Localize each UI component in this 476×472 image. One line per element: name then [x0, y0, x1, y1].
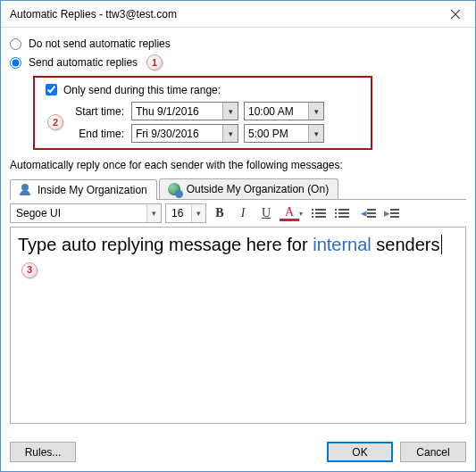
tab-outside-organization[interactable]: Outside My Organization (On) [159, 178, 338, 199]
dialog-content: Do not send automatic replies Send autom… [1, 28, 475, 433]
callout-3: 3 [21, 262, 38, 278]
instruction-text: Automatically reply once for each sender… [10, 159, 466, 171]
format-toolbar: Segoe UI ▾ 16 ▾ B I U A ▾ ◂ ▸ [10, 200, 466, 227]
start-time-label: Start time: [63, 105, 126, 118]
font-color-dropdown[interactable]: ▾ [299, 210, 308, 218]
end-date-combo[interactable]: Fri 9/30/2016 ▾ [131, 124, 238, 143]
time-range-checkbox-row[interactable]: Only send during this time range: [42, 81, 363, 98]
start-date-value: Thu 9/1/2016 [132, 105, 222, 118]
font-size-value: 16 [166, 207, 191, 219]
ok-button[interactable]: OK [327, 442, 393, 462]
time-range-checkbox-label: Only send during this time range: [63, 84, 221, 96]
radio-send-input[interactable] [10, 57, 21, 69]
tab-outside-label: Outside My Organization (On) [187, 183, 329, 195]
end-time-label: End time: [63, 128, 126, 140]
automatic-replies-dialog: Automatic Replies - ttw3@test.com Do not… [0, 0, 476, 472]
titlebar: Automatic Replies - ttw3@test.com [1, 1, 475, 28]
chevron-down-icon: ▾ [222, 103, 238, 120]
chevron-down-icon: ▾ [191, 204, 205, 222]
close-icon [451, 10, 460, 19]
font-name-combo[interactable]: Segoe UI ▾ [10, 203, 162, 223]
time-range-grid: 2 Start time: Thu 9/1/2016 ▾ 10:00 AM ▾ … [42, 102, 363, 143]
person-icon [16, 183, 34, 197]
decrease-indent-icon: ◂ [359, 204, 377, 222]
italic-button[interactable]: I [233, 203, 253, 223]
radio-do-not-send[interactable]: Do not send automatic replies [10, 37, 466, 50]
end-date-value: Fri 9/30/2016 [132, 128, 222, 140]
bold-button[interactable]: B [210, 203, 230, 223]
start-time-combo[interactable]: 10:00 AM ▾ [244, 102, 324, 120]
callout-2: 2 [47, 114, 63, 130]
callout-1: 1 [146, 54, 163, 70]
cancel-button[interactable]: Cancel [400, 442, 466, 462]
chevron-down-icon: ▾ [308, 125, 323, 142]
tab-strip: Inside My Organization Outside My Organi… [10, 177, 466, 200]
tab-inside-label: Inside My Organization [38, 184, 147, 196]
increase-indent-button[interactable]: ▸ [381, 203, 401, 223]
increase-indent-icon: ▸ [382, 204, 400, 222]
dialog-footer: Rules... OK Cancel [1, 433, 475, 471]
window-title: Automatic Replies - ttw3@test.com [10, 8, 435, 21]
text-cursor [441, 235, 442, 254]
numbered-list-button[interactable] [335, 203, 355, 223]
end-time-combo[interactable]: 5:00 PM ▾ [244, 124, 324, 143]
chevron-down-icon: ▾ [222, 125, 238, 142]
close-button[interactable] [435, 1, 475, 28]
chevron-down-icon: ▾ [146, 204, 161, 222]
editor-text-2: senders [372, 235, 440, 254]
font-name-value: Segoe UI [11, 207, 146, 219]
radio-send-label: Send automatic replies [29, 56, 138, 69]
decrease-indent-button[interactable]: ◂ [358, 203, 378, 223]
numbered-list-icon [336, 204, 354, 222]
radio-send[interactable]: Send automatic replies 1 [10, 54, 466, 70]
editor-text-1: Type auto replying message here for [18, 235, 313, 254]
chevron-down-icon: ▾ [308, 103, 323, 120]
globe-icon [165, 182, 183, 196]
end-time-value: 5:00 PM [245, 128, 308, 140]
editor-link-word: internal [313, 235, 372, 254]
time-range-checkbox[interactable] [46, 84, 57, 95]
rules-button[interactable]: Rules... [10, 442, 76, 462]
bullet-list-icon [313, 204, 330, 222]
time-range-box: Only send during this time range: 2 Star… [33, 76, 372, 150]
radio-do-not-send-label: Do not send automatic replies [29, 37, 171, 50]
start-time-value: 10:00 AM [245, 105, 308, 118]
start-date-combo[interactable]: Thu 9/1/2016 ▾ [131, 102, 238, 120]
message-editor[interactable]: Type auto replying message here for inte… [10, 227, 466, 424]
tab-inside-organization[interactable]: Inside My Organization [10, 179, 157, 200]
underline-button[interactable]: U [256, 203, 276, 223]
font-size-combo[interactable]: 16 ▾ [165, 203, 206, 223]
radio-do-not-send-input[interactable] [10, 38, 21, 50]
font-color-button[interactable]: A [280, 205, 299, 221]
bullet-list-button[interactable] [312, 203, 331, 223]
